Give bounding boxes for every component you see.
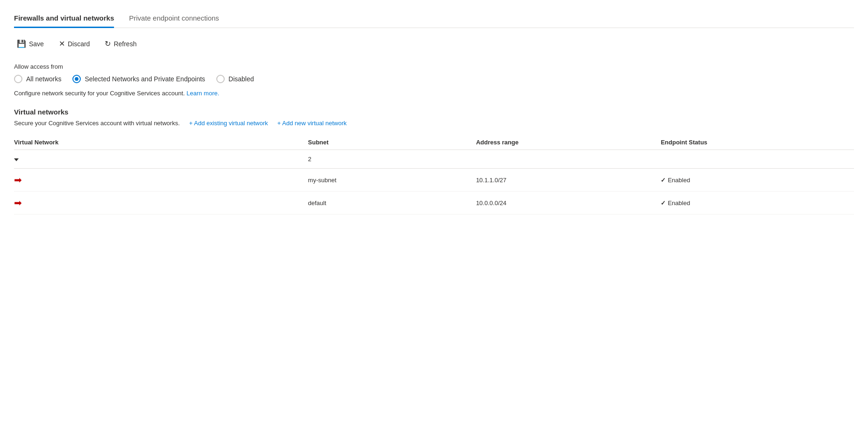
radio-circle-selected (72, 75, 81, 83)
row2-vnet-cell: ➡ (14, 192, 308, 214)
row1-status-cell: ✓ Enabled (661, 169, 854, 192)
group-row-chevron-cell (14, 150, 308, 169)
learn-more-link[interactable]: Learn more. (186, 90, 219, 97)
radio-disabled-label: Disabled (228, 75, 254, 83)
group-row-addr-cell (476, 150, 661, 169)
status-enabled-1: ✓ Enabled (661, 177, 848, 184)
tab-bar: Firewalls and virtual networks Private e… (14, 9, 854, 28)
refresh-button[interactable]: ↻ Refresh (102, 37, 139, 50)
table-row: ➡ my-subnet 10.1.1.0/27 ✓ Enabled (14, 169, 854, 192)
radio-dot-selected (75, 77, 78, 81)
add-new-vnet-button[interactable]: + Add new virtual network (277, 120, 347, 127)
arrow-icon-2: ➡ (14, 197, 22, 208)
status-enabled-2: ✓ Enabled (661, 200, 848, 207)
checkmark-icon-1: ✓ (661, 177, 666, 184)
row2-status-cell: ✓ Enabled (661, 192, 854, 214)
col-header-status: Endpoint Status (661, 135, 854, 150)
row1-addr-cell: 10.1.1.0/27 (476, 169, 661, 192)
col-header-subnet: Subnet (308, 135, 476, 150)
group-row-count-cell: 2 (308, 150, 476, 169)
add-existing-vnet-button[interactable]: + Add existing virtual network (189, 120, 268, 127)
radio-circle-all (14, 75, 22, 83)
description-text: Configure network security for your Cogn… (14, 90, 854, 97)
subnet-count: 2 (308, 156, 311, 163)
col-header-addr: Address range (476, 135, 661, 150)
refresh-icon: ↻ (105, 39, 111, 48)
discard-button[interactable]: ✕ Discard (56, 37, 92, 50)
arrow-icon-1: ➡ (14, 174, 22, 185)
table-row: ➡ default 10.0.0.0/24 ✓ Enabled (14, 192, 854, 214)
col-header-vnet: Virtual Network (14, 135, 308, 150)
access-radio-group: All networks Selected Networks and Priva… (14, 75, 854, 83)
radio-all-label: All networks (26, 75, 61, 83)
radio-disabled[interactable]: Disabled (216, 75, 254, 83)
tab-firewalls[interactable]: Firewalls and virtual networks (14, 9, 114, 28)
tab-private-endpoints[interactable]: Private endpoint connections (129, 9, 219, 28)
chevron-down-icon[interactable] (14, 158, 19, 161)
row1-vnet-cell: ➡ (14, 169, 308, 192)
virtual-networks-title: Virtual networks (14, 108, 854, 116)
virtual-networks-section: Virtual networks Secure your Cognitive S… (14, 108, 854, 214)
radio-circle-disabled (216, 75, 225, 83)
toolbar: 💾 Save ✕ Discard ↻ Refresh (14, 37, 854, 50)
radio-all-networks[interactable]: All networks (14, 75, 61, 83)
row2-subnet-cell: default (308, 192, 476, 214)
table-header-row: Virtual Network Subnet Address range End… (14, 135, 854, 150)
radio-selected-networks[interactable]: Selected Networks and Private Endpoints (72, 75, 205, 83)
checkmark-icon-2: ✓ (661, 200, 666, 207)
allow-access-label: Allow access from (14, 63, 854, 70)
allow-access-section: Allow access from All networks Selected … (14, 63, 854, 97)
table-group-row: 2 (14, 150, 854, 169)
row1-subnet-cell: my-subnet (308, 169, 476, 192)
vnet-subheader: Secure your Cognitive Services account w… (14, 120, 854, 127)
save-icon: 💾 (17, 39, 26, 48)
save-button[interactable]: 💾 Save (14, 37, 47, 50)
group-row-status-cell (661, 150, 854, 169)
radio-selected-label: Selected Networks and Private Endpoints (85, 75, 205, 83)
vnet-table: Virtual Network Subnet Address range End… (14, 135, 854, 214)
discard-icon: ✕ (59, 39, 65, 48)
row2-addr-cell: 10.0.0.0/24 (476, 192, 661, 214)
vnet-subtitle: Secure your Cognitive Services account w… (14, 120, 180, 127)
